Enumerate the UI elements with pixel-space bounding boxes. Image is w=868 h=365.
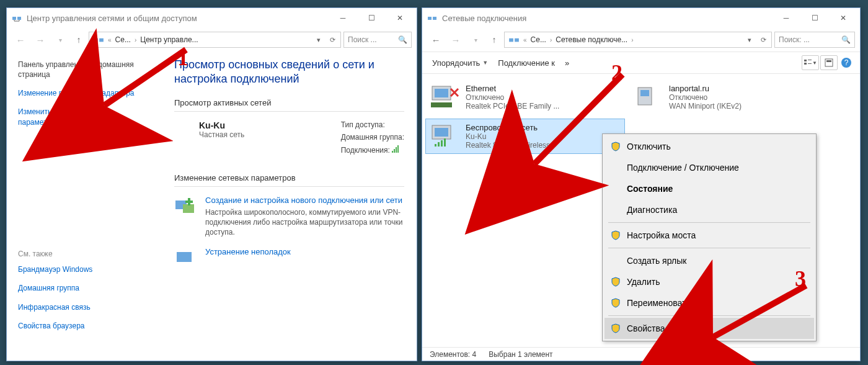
adapter-device: WAN Miniport (IKEv2): [669, 102, 742, 110]
ctx-disable[interactable]: Отключить: [604, 136, 814, 157]
up-button[interactable]: ↑: [71, 32, 86, 47]
connections-label: Подключения:: [341, 145, 404, 155]
status-count: Элементов: 4: [430, 350, 476, 359]
toolbar-overflow[interactable]: »: [561, 56, 573, 70]
svg-text:?: ?: [844, 58, 849, 67]
svg-rect-0: [12, 17, 16, 20]
forward-button[interactable]: →: [447, 31, 464, 48]
status-bar: Элементов: 4 Выбран 1 элемент: [422, 347, 860, 361]
history-dropdown[interactable]: ▾: [467, 31, 484, 48]
help-button[interactable]: ?: [839, 55, 854, 70]
ctx-rename[interactable]: Переименовать: [604, 292, 814, 313]
ctx-connect-disconnect[interactable]: Подключение / Отключение: [604, 157, 814, 178]
titlebar: Центр управления сетями и общим доступом…: [7, 8, 417, 28]
network-name: Ku-Ku: [199, 120, 244, 130]
ctx-shortcut[interactable]: Создать ярлык: [604, 250, 814, 271]
link-infrared[interactable]: Инфракрасная связь: [18, 302, 151, 312]
ctx-diagnostics[interactable]: Диагностика: [604, 199, 814, 220]
search-input[interactable]: Поиск ... 🔍: [343, 32, 412, 48]
svg-rect-11: [509, 38, 513, 42]
breadcrumb-chevron: ›: [133, 37, 138, 43]
link-browser-props[interactable]: Свойства браузера: [18, 321, 151, 331]
search-input[interactable]: Поиск: ... 🔍: [774, 32, 855, 48]
page-title: Просмотр основных сведений о сети и наст…: [174, 58, 404, 87]
main-panel: Просмотр основных сведений о сети и наст…: [162, 52, 417, 348]
maximize-button[interactable]: ☐: [357, 9, 386, 27]
svg-rect-13: [804, 60, 807, 61]
ctx-bridge[interactable]: Настройка моста: [604, 225, 814, 246]
link-change-adapter[interactable]: Изменение параметров адаптера: [18, 88, 151, 98]
link-advanced-sharing[interactable]: Изменить дополнительные параметры общего…: [18, 107, 151, 127]
ethernet-icon: [430, 84, 459, 110]
svg-rect-16: [808, 63, 812, 64]
breadcrumb-root[interactable]: Се...: [528, 35, 549, 44]
forward-button[interactable]: →: [32, 31, 49, 48]
network-connections-icon: [508, 34, 520, 45]
link-new-connection[interactable]: Создание и настройка нового подключения …: [205, 196, 404, 205]
close-button[interactable]: ✕: [829, 9, 857, 27]
link-troubleshoot[interactable]: Устранение неполадок: [205, 247, 291, 256]
divider: [174, 186, 404, 187]
shield-icon: [611, 277, 621, 287]
svg-rect-5: [183, 204, 194, 213]
breadcrumb-current[interactable]: Центр управле...: [138, 35, 200, 44]
close-button[interactable]: ✕: [386, 9, 414, 27]
link-firewall[interactable]: Брандмауэр Windows: [18, 264, 151, 274]
ctx-state[interactable]: Состояние: [604, 178, 814, 199]
ctx-delete[interactable]: Удалить: [604, 271, 814, 292]
window-title: Центр управления сетями и общим доступом: [27, 14, 329, 23]
homegroup-label: Домашняя группа:: [341, 133, 404, 142]
adapter-wireless[interactable]: Беспроводная сеть Ku-Ku Realtek 8821AE W…: [426, 119, 624, 153]
vpn-icon: [633, 84, 663, 110]
up-button[interactable]: ↑: [487, 32, 502, 47]
ctx-properties[interactable]: Свойства: [604, 318, 814, 339]
svg-rect-30: [435, 144, 436, 146]
refresh-button[interactable]: ⟳: [326, 36, 339, 44]
svg-rect-14: [804, 63, 807, 65]
maximize-button[interactable]: ☐: [800, 9, 829, 27]
nav-row: ← → ▾ ↑ « Се... › Сетевые подключе... › …: [422, 28, 860, 52]
view-button-2[interactable]: [820, 55, 838, 70]
svg-rect-2: [94, 38, 98, 42]
sidebar: Панель управления — домашняя страница Из…: [7, 52, 162, 348]
context-menu: Отключить Подключение / Отключение Состо…: [602, 133, 817, 341]
ctx-separator: [608, 248, 810, 248]
search-icon: 🔍: [841, 35, 851, 44]
access-type-label: Тип доступа:: [341, 120, 404, 129]
shield-icon: [611, 298, 621, 308]
minimize-button[interactable]: ─: [772, 9, 800, 27]
address-dropdown[interactable]: ▾: [743, 36, 756, 44]
breadcrumb-current[interactable]: Сетевые подключе...: [553, 35, 630, 44]
adapter-ssid: Ku-Ku: [466, 132, 550, 141]
breadcrumb-chevron: «: [522, 37, 528, 43]
wifi-icon: [430, 123, 459, 149]
organize-menu[interactable]: Упорядочить▼: [428, 56, 492, 70]
breadcrumb-chevron: ›: [630, 37, 634, 43]
search-icon: 🔍: [398, 35, 407, 44]
adapter-lanportal[interactable]: lanportal.ru Отключено WAN Miniport (IKE…: [629, 80, 828, 114]
address-bar[interactable]: « Се... › Центр управле... ▾ ⟳: [89, 32, 341, 48]
search-placeholder: Поиск: ...: [779, 35, 810, 44]
address-dropdown[interactable]: ▾: [312, 36, 326, 44]
svg-rect-31: [438, 142, 440, 146]
breadcrumb-root[interactable]: Се...: [113, 35, 133, 44]
breadcrumb-chevron: «: [107, 37, 113, 43]
adapters-area[interactable]: Ethernet Отключено Realtek PCIe GBE Fami…: [422, 74, 860, 346]
ctx-separator: [608, 315, 810, 316]
ctx-separator: [608, 222, 810, 223]
new-connection-icon: [174, 196, 197, 218]
back-button[interactable]: ←: [12, 31, 29, 48]
network-center-icon: [12, 13, 22, 23]
link-homegroup[interactable]: Домашняя группа: [18, 283, 151, 293]
refresh-button[interactable]: ⟳: [756, 36, 770, 44]
view-button-1[interactable]: ▼: [802, 55, 819, 70]
adapter-ethernet[interactable]: Ethernet Отключено Realtek PCIe GBE Fami…: [426, 80, 624, 114]
address-bar[interactable]: « Се... › Сетевые подключе... › ▾ ⟳: [504, 32, 772, 48]
minimize-button[interactable]: ─: [329, 9, 357, 27]
svg-rect-22: [435, 89, 448, 97]
troubleshoot-icon: [174, 247, 197, 269]
back-button[interactable]: ←: [427, 31, 445, 48]
connect-to-menu[interactable]: Подключение к: [494, 56, 559, 70]
history-dropdown[interactable]: ▾: [51, 31, 69, 48]
cp-home-link[interactable]: Панель управления — домашняя страница: [18, 60, 151, 79]
